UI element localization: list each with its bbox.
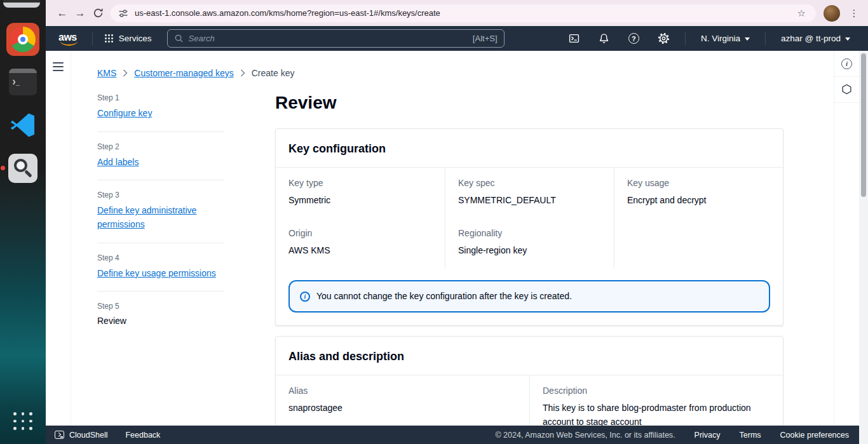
wizard-step-1: Step 1 Configure key	[97, 93, 224, 121]
search-input[interactable]	[189, 34, 468, 43]
search-icon	[174, 34, 184, 43]
divider	[97, 243, 224, 243]
breadcrumb: KMS Customer-managed keys Create key	[72, 51, 833, 78]
divider	[97, 131, 224, 132]
step-number: Step 2	[97, 142, 224, 151]
step-link-usage-permissions[interactable]: Define key usage permissions	[97, 267, 216, 281]
console-footer: CloudShell Feedback © 2024, Amazon Web S…	[46, 426, 868, 444]
gear-icon	[658, 32, 670, 44]
field-regionality: Regionality Single-region key	[445, 218, 614, 268]
hexagon-icon	[841, 84, 852, 95]
key-configuration-card: Key configuration Key type Symmetric Key…	[275, 128, 783, 326]
aws-logo[interactable]: aws	[58, 32, 77, 45]
page-scrollbar[interactable]	[859, 51, 868, 444]
chrome-icon[interactable]	[6, 23, 39, 56]
card-title: Key configuration	[276, 129, 783, 168]
terminal-icon[interactable]	[9, 69, 37, 95]
alias-description-fields: Alias snaprostagee Description This key …	[276, 375, 783, 426]
card-title: Alias and description	[276, 337, 783, 375]
desktop-dock	[0, 0, 46, 444]
alias-description-card: Alias and description Alias snaprostagee…	[275, 336, 783, 426]
browser-window: ← → us-east-1.console.aws.amazon.com/kms…	[46, 0, 868, 444]
reload-button[interactable]	[89, 4, 107, 22]
chevron-down-icon	[845, 37, 850, 41]
divider	[685, 32, 686, 45]
terms-link[interactable]: Terms	[740, 431, 761, 440]
services-menu-button[interactable]: Services	[99, 26, 157, 51]
wizard-steps: Step 1 Configure key Step 2 Add labels S…	[97, 92, 224, 326]
chevron-down-icon	[745, 37, 750, 41]
scrollbar-thumb[interactable]	[861, 53, 866, 197]
key-configuration-fields: Key type Symmetric Key spec SYMMETRIC_DE…	[276, 168, 783, 269]
divider	[765, 32, 766, 45]
help-button[interactable]	[619, 26, 649, 51]
bell-icon	[599, 33, 609, 44]
site-settings-icon[interactable]	[118, 8, 128, 18]
divider	[97, 291, 224, 292]
vscode-icon[interactable]	[8, 109, 37, 141]
feedback-link[interactable]: Feedback	[125, 431, 160, 440]
cloudshell-button[interactable]	[559, 26, 589, 51]
info-icon	[841, 58, 852, 69]
services-grid-icon	[104, 34, 114, 43]
account-menu[interactable]: azhar @ tt-prod	[772, 26, 859, 51]
copyright-text: © 2024, Amazon Web Services, Inc. or its…	[495, 431, 675, 440]
console-search-bar[interactable]: [Alt+S]	[167, 29, 505, 48]
step-current-review: Review	[97, 316, 126, 326]
step-number: Step 5	[97, 302, 224, 311]
settings-button[interactable]	[649, 26, 679, 51]
field-alias: Alias snaprostagee	[276, 375, 529, 426]
notifications-button[interactable]	[589, 26, 619, 51]
cookie-preferences-link[interactable]: Cookie preferences	[780, 431, 849, 440]
address-bar[interactable]: us-east-1.console.aws.amazon.com/kms/hom…	[111, 4, 816, 22]
side-menu-toggle[interactable]	[53, 62, 64, 71]
field-key-usage: Key usage Encrypt and decrypt	[614, 168, 783, 218]
cloudshell-label: CloudShell	[69, 431, 107, 440]
browser-toolbar: ← → us-east-1.console.aws.amazon.com/kms…	[46, 0, 868, 26]
nav-right-group: N. Virginia azhar @ tt-prod	[559, 26, 859, 51]
notification-dot	[1, 166, 5, 170]
field-key-spec: Key spec SYMMETRIC_DEFAULT	[445, 168, 614, 218]
profile-avatar[interactable]	[824, 5, 840, 22]
cloudshell-icon	[55, 431, 64, 439]
reload-icon	[93, 8, 104, 18]
console-main-area: KMS Customer-managed keys Create key Ste…	[46, 51, 868, 426]
back-button[interactable]: ←	[53, 4, 71, 22]
tools-rail	[834, 51, 859, 426]
side-nav-rail	[46, 51, 71, 426]
step-link-add-labels[interactable]: Add labels	[97, 156, 139, 170]
breadcrumb-separator-icon	[123, 69, 128, 77]
aws-top-nav: aws Services [Alt+S]	[46, 26, 868, 51]
privacy-link[interactable]: Privacy	[695, 431, 721, 440]
chrome-logo	[10, 27, 36, 52]
breadcrumb-customer-managed-keys[interactable]: Customer-managed keys	[134, 68, 233, 78]
step-number: Step 1	[97, 93, 224, 102]
info-alert-text: You cannot change the key configuration …	[316, 291, 572, 301]
step-link-configure-key[interactable]: Configure key	[97, 107, 152, 121]
breadcrumb-kms[interactable]: KMS	[97, 68, 116, 78]
background-window[interactable]	[3, 0, 40, 8]
bookmark-star-icon[interactable]: ☆	[794, 8, 810, 19]
field-empty	[614, 218, 783, 268]
step-number: Step 4	[97, 253, 224, 262]
divider	[92, 32, 93, 45]
info-panel-button[interactable]	[834, 51, 859, 77]
review-panel: Review Key configuration Key type Symmet…	[275, 92, 783, 426]
screenshot-tool-icon[interactable]	[8, 154, 37, 183]
wizard-step-2: Step 2 Add labels	[97, 142, 224, 170]
assistant-panel-button[interactable]	[834, 77, 859, 103]
cloudshell-icon	[569, 33, 580, 44]
region-selector[interactable]: N. Virginia	[692, 26, 759, 51]
browser-menu-icon[interactable]: ⋮	[846, 6, 862, 21]
wizard-step-5-current: Step 5 Review	[97, 302, 224, 326]
page-title: Review	[275, 92, 783, 114]
forward-button[interactable]: →	[71, 4, 89, 22]
info-icon	[300, 292, 310, 302]
field-origin: Origin AWS KMS	[276, 218, 445, 268]
app-launcher-icon[interactable]	[13, 412, 33, 430]
url-text[interactable]: us-east-1.console.aws.amazon.com/kms/hom…	[135, 8, 794, 18]
wizard-step-4: Step 4 Define key usage permissions	[97, 253, 224, 281]
info-alert: You cannot change the key configuration …	[288, 280, 770, 313]
cloudshell-footer-button[interactable]: CloudShell	[55, 431, 107, 440]
step-link-admin-permissions[interactable]: Define key administrative permissions	[97, 204, 224, 231]
